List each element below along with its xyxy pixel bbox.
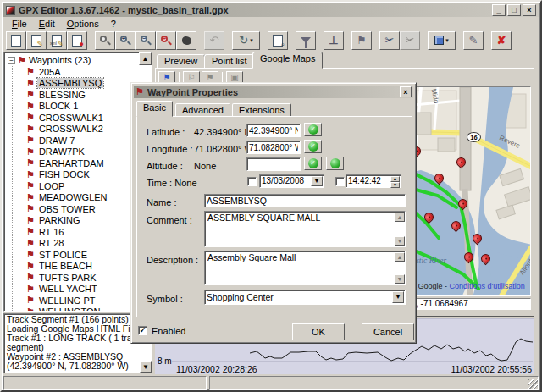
dropdown-arrow-icon[interactable]: ▾ (250, 37, 253, 44)
enabled-label: Enabled (152, 326, 185, 336)
maximize-button[interactable]: □ (507, 4, 521, 16)
tree-root-waypoints[interactable]: − ⚑ Waypoints (23) (8, 54, 152, 66)
description-textarea[interactable]: Assembly Square Mall (204, 251, 406, 285)
chart-start-time: 11/03/2002 20:28:26 (176, 364, 257, 374)
split-track-button[interactable]: ✂ (379, 31, 400, 50)
undo-button[interactable]: ↶ (204, 31, 224, 50)
time-spinner[interactable]: 14:42:42▲▼ (346, 174, 401, 188)
waypoint-flag-icon: ⚑ (26, 239, 35, 248)
dialog-title-bar[interactable]: ⚑ WayPoint Properties × (134, 86, 413, 98)
filter-points-button[interactable] (296, 31, 316, 50)
minimize-button[interactable]: _ (492, 4, 506, 16)
delete-item-button[interactable]: ✘ (491, 31, 512, 50)
altitude-current-value: None (194, 161, 216, 171)
tree-root-label: Waypoints (23) (29, 55, 91, 65)
waypoint-name: WELL YACHT (37, 284, 99, 294)
description-scroll-down-icon[interactable]: ▼ (395, 274, 405, 284)
merge-tracks-button[interactable]: ⊥ (324, 31, 344, 50)
flag-tool-icon: ⚑ (357, 35, 367, 46)
waypoint-name: WELLING PT (37, 295, 97, 306)
edit-file-xml-button[interactable]: ✎xml (47, 31, 67, 50)
pan-tool-button[interactable] (176, 31, 196, 50)
dialog-close-button[interactable]: × (400, 86, 412, 97)
collapse-icon[interactable]: − (8, 57, 15, 64)
menu-edit[interactable]: Edit (34, 19, 60, 29)
date-checkbox[interactable] (247, 177, 257, 186)
symbol-combobox[interactable]: Shopping Center▼ (204, 290, 406, 305)
dropdown-arrow-icon[interactable]: ▾ (445, 37, 449, 44)
enabled-checkbox[interactable]: ✓ (138, 326, 147, 335)
tab-preview[interactable]: Preview (157, 54, 205, 69)
cancel-button[interactable]: Cancel (362, 323, 414, 340)
gray-flag-icon: ⚑ (207, 74, 214, 82)
terms-link[interactable]: Conditions d'utilisation (450, 282, 525, 290)
edit-waypoints-button[interactable]: ⚑ (351, 31, 372, 50)
tab-google-maps[interactable]: Google Maps (252, 52, 323, 69)
time-up-arrow-icon[interactable]: ▲ (390, 176, 400, 182)
window-title: GPX Editor 1.3.67.1462 - mystic_basin_tr… (19, 5, 229, 15)
comment-scroll-up-icon[interactable]: ▲ (395, 213, 405, 222)
dialog-tab-advanced[interactable]: Advanced (175, 103, 230, 117)
comment-textarea[interactable]: ASSEMBLY SQUARE MALL (204, 211, 406, 247)
log-line: (42.394900° N, 71.082800° W) (7, 362, 149, 371)
tree-scroll-up-button[interactable]: ▲ (139, 52, 152, 65)
split-segment-button[interactable]: ✂ (400, 31, 420, 50)
time-checkbox[interactable] (335, 177, 345, 186)
altitude-label: Altitude : (147, 161, 183, 171)
waypoint-name: LOOP (37, 181, 67, 191)
waypoint-name: MEADOWGLEN (37, 192, 109, 202)
ok-button[interactable]: OK (292, 323, 345, 340)
waypoint-tree-list: ⚑205A⚑ASSEMBLYSQ⚑BLESSING⚑BLOCK 1⚑CROSSW… (4, 66, 152, 312)
comment-scroll-down-icon[interactable]: ▼ (395, 236, 405, 246)
waypoint-name: RT 16 (37, 227, 66, 237)
tab-point-list[interactable]: Point list (204, 54, 255, 69)
dialog-tab-basic[interactable]: Basic (136, 101, 173, 117)
tree-item-205a[interactable]: ⚑205A (26, 66, 152, 78)
altitude-input[interactable] (246, 157, 301, 171)
zoom-selection-button[interactable]: + (156, 31, 176, 50)
waypoint-name: ASSEMBLYSQ (37, 78, 103, 88)
preview-file-button[interactable]: ⌕ (268, 31, 288, 50)
time-value: 14:42:42 (348, 176, 381, 185)
title-bar[interactable]: GPX Editor 1.3.67.1462 - mystic_basin_tr… (3, 3, 539, 17)
cut-icon: ✂ (406, 35, 415, 46)
menu-file[interactable]: File (7, 19, 32, 29)
find-tool-button[interactable] (95, 31, 115, 50)
waypoint-flag-icon: ⚑ (26, 295, 35, 305)
edit-file-button[interactable]: ✎ (26, 31, 47, 50)
convert-icon (434, 36, 444, 45)
dialog-tab-extensions[interactable]: Extensions (232, 103, 291, 117)
waypoint-flag-icon: ⚑ (26, 113, 35, 122)
convert-tool-button[interactable]: ▾ (428, 31, 456, 50)
validate-altitude-button[interactable]: ✓ (304, 157, 322, 170)
validate-latitude-button[interactable]: ✓ (304, 123, 322, 136)
page-mag-icon: ⌕ (273, 35, 283, 47)
waypoint-name: 205A (37, 67, 63, 77)
zoom-out-button[interactable]: − (136, 31, 156, 50)
latitude-input[interactable] (246, 124, 301, 137)
latitude-label: Latitude : (147, 127, 185, 137)
time-down-arrow-icon[interactable]: ▼ (390, 182, 400, 188)
log-scroll-down-button[interactable]: ▼ (140, 361, 152, 373)
resize-grip[interactable] (528, 379, 538, 389)
waypoint-flag-icon: ⚑ (26, 135, 35, 145)
menu-options[interactable]: Options (62, 19, 104, 29)
name-input[interactable] (204, 194, 406, 207)
date-dropdown-arrow-icon[interactable]: ▼ (311, 176, 323, 186)
new-file-button[interactable] (6, 31, 26, 50)
waypoint-flag-icon: ⚑ (26, 193, 35, 202)
validate-longitude-button[interactable]: ✓ (304, 140, 322, 153)
longitude-input[interactable] (246, 141, 301, 154)
date-combobox[interactable]: 13/03/2008▼ (259, 174, 324, 188)
rotate-track-button[interactable]: ↻▾ (232, 31, 260, 50)
zoom-in-button[interactable]: + (115, 31, 136, 50)
waypoint-flag-icon: ⚑ (26, 79, 35, 88)
menu-help[interactable]: ? (106, 19, 121, 29)
close-button[interactable]: × (523, 4, 536, 16)
fetch-altitude-button[interactable] (326, 157, 344, 170)
dialog-flag-icon: ⚑ (136, 87, 144, 97)
symbol-dropdown-arrow-icon[interactable]: ▼ (392, 291, 404, 303)
description-scroll-up-icon[interactable]: ▲ (395, 252, 405, 262)
draw-tool-button[interactable]: ✎ (463, 31, 484, 50)
close-file-button[interactable]: ● (67, 31, 87, 50)
